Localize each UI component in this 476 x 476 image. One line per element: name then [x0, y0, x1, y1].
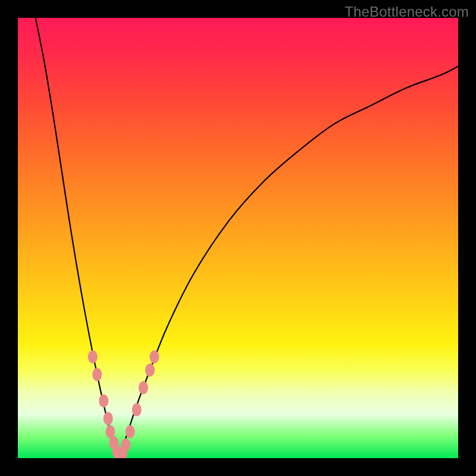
curve-layer: [18, 18, 458, 458]
marker-bead: [132, 403, 142, 416]
curve-right-branch: [119, 66, 458, 458]
marker-bead: [149, 350, 159, 364]
curve-left-branch: [36, 18, 120, 458]
marker-beads: [88, 350, 159, 458]
marker-bead: [121, 439, 130, 452]
plot-area: [18, 18, 458, 458]
marker-bead: [88, 350, 98, 364]
marker-bead: [92, 368, 102, 381]
marker-bead: [104, 412, 113, 425]
marker-bead: [126, 425, 135, 439]
marker-bead: [99, 394, 108, 408]
marker-bead: [145, 364, 155, 377]
chart-stage: TheBottleneck.com: [0, 0, 476, 476]
marker-bead: [139, 381, 148, 394]
